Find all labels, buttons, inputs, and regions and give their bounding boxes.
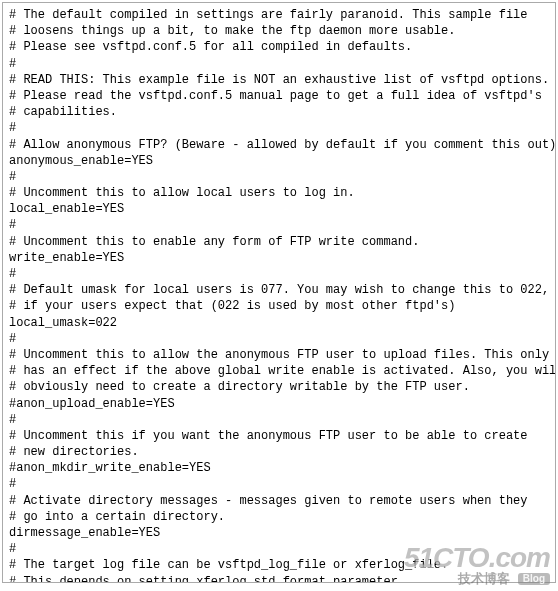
config-line: local_enable=YES <box>9 201 549 217</box>
config-line: # This depends on setting xferlog_std_fo… <box>9 574 549 583</box>
config-line: # <box>9 541 549 557</box>
config-line: # Uncomment this to enable any form of F… <box>9 234 549 250</box>
config-line: # new directories. <box>9 444 549 460</box>
config-line: # Uncomment this if you want the anonymo… <box>9 428 549 444</box>
config-line: # Activate directory messages - messages… <box>9 493 549 509</box>
config-line: # Default umask for local users is 077. … <box>9 282 549 298</box>
config-line: #anon_upload_enable=YES <box>9 396 549 412</box>
config-line: # Allow anonymous FTP? (Beware - allowed… <box>9 137 549 153</box>
config-line: # Please read the vsftpd.conf.5 manual p… <box>9 88 549 104</box>
config-line: # <box>9 56 549 72</box>
config-line: # Uncomment this to allow local users to… <box>9 185 549 201</box>
config-line: # The target log file can be vsftpd_log_… <box>9 557 549 573</box>
config-line: # <box>9 120 549 136</box>
config-line: write_enable=YES <box>9 250 549 266</box>
config-line: # capabilities. <box>9 104 549 120</box>
config-line: # <box>9 169 549 185</box>
config-line: # go into a certain directory. <box>9 509 549 525</box>
config-file-view: # The default compiled in settings are f… <box>2 2 556 583</box>
config-line: # if your users expect that (022 is used… <box>9 298 549 314</box>
config-line: # has an effect if the above global writ… <box>9 363 549 379</box>
config-line: # loosens things up a bit, to make the f… <box>9 23 549 39</box>
config-line: # Uncomment this to allow the anonymous … <box>9 347 549 363</box>
config-line: # <box>9 331 549 347</box>
config-line: # <box>9 476 549 492</box>
config-line: anonymous_enable=YES <box>9 153 549 169</box>
config-line: # <box>9 217 549 233</box>
config-line: # obviously need to create a directory w… <box>9 379 549 395</box>
config-line: local_umask=022 <box>9 315 549 331</box>
config-line: # Please see vsftpd.conf.5 for all compi… <box>9 39 549 55</box>
config-line: # <box>9 266 549 282</box>
config-line: dirmessage_enable=YES <box>9 525 549 541</box>
config-line: # The default compiled in settings are f… <box>9 7 549 23</box>
config-line: # READ THIS: This example file is NOT an… <box>9 72 549 88</box>
config-line: #anon_mkdir_write_enable=YES <box>9 460 549 476</box>
config-line: # <box>9 412 549 428</box>
